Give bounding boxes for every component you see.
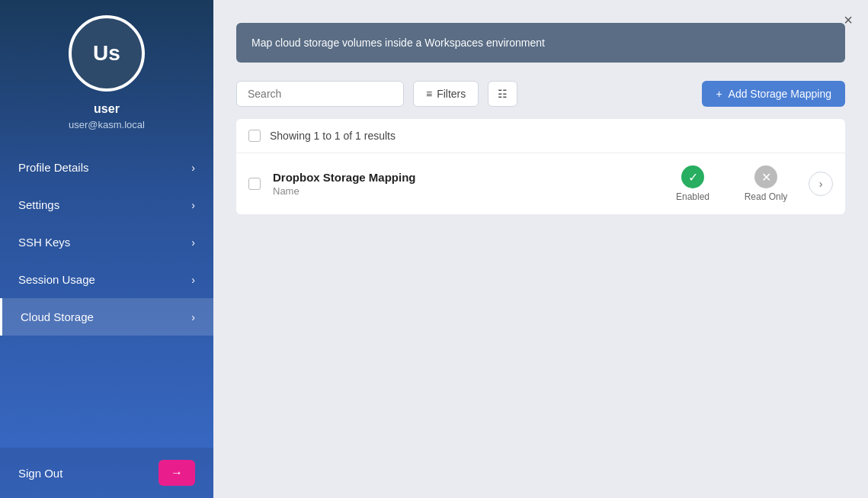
nav-menu: Profile Details › Settings › SSH Keys › … — [0, 149, 213, 448]
user-name: user — [94, 102, 120, 116]
sidebar-item-settings[interactable]: Settings › — [0, 186, 213, 223]
chevron-icon: › — [191, 199, 195, 211]
results-table: Showing 1 to 1 of 1 results Dropbox Stor… — [236, 119, 845, 214]
check-icon: ✓ — [688, 170, 698, 185]
avatar-initials: Us — [93, 41, 120, 66]
sidebar-item-label: SSH Keys — [18, 236, 70, 249]
main-content: × Map cloud storage volumes inside a Wor… — [213, 0, 868, 498]
close-button[interactable]: × — [844, 12, 853, 27]
chevron-icon: › — [191, 311, 195, 323]
add-button-label: Add Storage Mapping — [729, 88, 831, 100]
sign-out-button[interactable]: → — [159, 460, 195, 486]
sign-out-area: Sign Out → — [0, 448, 213, 498]
sign-out-icon: → — [171, 466, 183, 480]
storage-mapping-subtitle: Name — [273, 185, 650, 197]
sidebar-item-label: Settings — [18, 198, 59, 211]
toolbar: ≡ Filters ☷ + Add Storage Mapping — [236, 81, 845, 107]
sign-out-label: Sign Out — [18, 467, 62, 480]
grid-view-button[interactable]: ☷ — [488, 81, 517, 107]
storage-name-col: Dropbox Storage Mapping Name — [273, 171, 650, 197]
select-all-checkbox[interactable] — [248, 130, 261, 142]
table-row: Dropbox Storage Mapping Name ✓ Enabled ✕… — [236, 153, 845, 214]
banner-text: Map cloud storage volumes inside a Works… — [251, 37, 545, 49]
sidebar-item-cloud-storage[interactable]: Cloud Storage › — [0, 298, 213, 336]
filters-button[interactable]: ≡ Filters — [413, 81, 479, 107]
storage-mapping-title: Dropbox Storage Mapping — [273, 171, 650, 184]
read-only-col: ✕ Read Only — [735, 165, 796, 202]
times-icon: ✕ — [761, 170, 771, 185]
chevron-icon: › — [191, 162, 195, 174]
arrow-right-icon: › — [819, 178, 823, 190]
row-checkbox[interactable] — [248, 178, 261, 190]
read-only-label: Read Only — [745, 191, 788, 202]
user-email: user@kasm.local — [69, 119, 145, 130]
enabled-label: Enabled — [676, 191, 709, 202]
filter-icon: ≡ — [426, 88, 432, 100]
sidebar-item-ssh-keys[interactable]: SSH Keys › — [0, 223, 213, 261]
plus-icon: + — [716, 88, 722, 100]
sidebar-item-label: Cloud Storage — [21, 310, 94, 323]
enabled-icon: ✓ — [681, 165, 704, 188]
sidebar-item-session-usage[interactable]: Session Usage › — [0, 261, 213, 298]
enabled-col: ✓ Enabled — [662, 165, 723, 202]
filters-label: Filters — [437, 88, 466, 100]
results-text: Showing 1 to 1 of 1 results — [270, 130, 396, 142]
search-input[interactable] — [236, 81, 404, 107]
avatar: Us — [69, 15, 145, 92]
row-detail-button[interactable]: › — [809, 172, 833, 196]
sidebar-item-label: Session Usage — [18, 273, 95, 286]
grid-icon: ☷ — [498, 88, 508, 100]
chevron-icon: › — [191, 274, 195, 286]
chevron-icon: › — [191, 236, 195, 249]
results-header: Showing 1 to 1 of 1 results — [236, 119, 845, 153]
info-banner: Map cloud storage volumes inside a Works… — [236, 23, 845, 63]
sidebar-item-label: Profile Details — [18, 161, 89, 174]
sidebar-item-profile-details[interactable]: Profile Details › — [0, 149, 213, 186]
sidebar: Us user user@kasm.local Profile Details … — [0, 0, 213, 498]
read-only-icon: ✕ — [754, 165, 777, 188]
add-storage-mapping-button[interactable]: + Add Storage Mapping — [702, 81, 845, 107]
